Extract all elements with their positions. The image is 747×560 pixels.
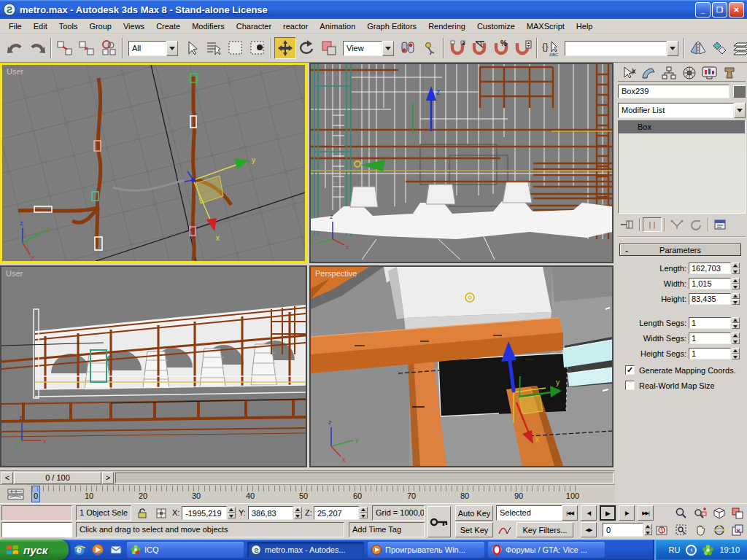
chevron-down-icon[interactable] xyxy=(667,41,678,56)
taskbar-task-mediaplayer[interactable]: Проигрыватель Win... xyxy=(368,542,484,558)
width-segs-spinner[interactable] xyxy=(732,332,740,344)
length-segs-spinner[interactable] xyxy=(732,317,740,329)
maxscript-listener-box[interactable] xyxy=(1,522,72,537)
macro-recorder-box[interactable] xyxy=(1,505,72,521)
redo-button[interactable] xyxy=(26,37,48,59)
viewport-top-left[interactable]: User xyxy=(0,63,307,263)
height-field[interactable]: 83,435 xyxy=(689,293,731,305)
utilities-tab-icon[interactable] xyxy=(720,64,740,81)
use-pivot-center-button[interactable] xyxy=(397,37,419,59)
minimize-button[interactable]: _ xyxy=(695,2,711,18)
viewport-scene-top-left[interactable]: y x z y x xyxy=(2,65,305,261)
generate-mapping-coords-checkbox[interactable]: ✓ xyxy=(625,365,635,375)
viewport-top-right[interactable]: z z y x xyxy=(309,63,614,263)
current-frame-field[interactable]: 0 xyxy=(603,523,643,537)
play-button[interactable]: ▶ xyxy=(600,505,616,521)
selection-filter-dropdown[interactable]: All xyxy=(128,41,178,56)
set-key-mode-button[interactable] xyxy=(427,506,451,537)
mini-curve-editor-icon[interactable] xyxy=(7,489,25,500)
x-coordinate-field[interactable]: -1995,219 xyxy=(182,506,227,520)
go-to-start-button[interactable]: |◀◀ xyxy=(562,505,578,521)
real-world-map-size-checkbox[interactable] xyxy=(625,381,635,390)
time-configuration-button[interactable] xyxy=(654,522,670,537)
window-crossing-selection-button[interactable] xyxy=(247,37,268,59)
z-spinner[interactable] xyxy=(360,507,368,518)
undo-button[interactable] xyxy=(4,37,26,59)
time-slider-prev-button[interactable]: < xyxy=(1,472,13,484)
start-button[interactable]: пуск xyxy=(0,540,69,560)
length-segs-field[interactable]: 1 xyxy=(689,317,731,329)
viewport-scene-top-right[interactable]: z z y x xyxy=(311,64,612,262)
menu-character[interactable]: Character xyxy=(231,20,277,32)
menu-maxscript[interactable]: MAXScript xyxy=(521,20,570,32)
percent-snap-button[interactable]: % xyxy=(490,37,512,59)
remove-modifier-button[interactable] xyxy=(686,217,705,232)
z-coordinate-field[interactable]: 25,207 xyxy=(314,506,359,520)
object-name-field[interactable]: Box239 xyxy=(618,85,729,98)
x-spinner[interactable] xyxy=(228,507,236,518)
menu-group[interactable]: Group xyxy=(83,20,117,32)
select-object-button[interactable] xyxy=(181,37,203,59)
zoom-button[interactable] xyxy=(673,505,690,521)
chevron-down-icon[interactable] xyxy=(166,41,178,56)
zoom-extents-all-button[interactable] xyxy=(729,505,746,521)
tray-icq-flower-icon[interactable] xyxy=(703,545,713,556)
maximize-button[interactable]: ❐ xyxy=(712,2,727,18)
viewport-label[interactable]: Perspective xyxy=(315,269,357,278)
angle-snap-button[interactable] xyxy=(468,37,490,59)
pan-hand-button[interactable] xyxy=(692,522,709,537)
key-mode-toggle-button[interactable]: ◀▶ xyxy=(581,522,597,537)
taskbar-task-3dsmax[interactable]: S metro.max - Autodes... xyxy=(247,542,364,558)
window-titlebar[interactable]: S metro.max - Autodesk 3ds Max 8 - Stand… xyxy=(0,0,747,19)
zoom-all-button[interactable] xyxy=(692,505,709,521)
language-indicator[interactable]: RU xyxy=(669,545,681,554)
y-spinner[interactable] xyxy=(294,507,302,518)
show-end-result-button[interactable]: | | xyxy=(643,217,662,232)
ie-quicklaunch-icon[interactable]: e xyxy=(72,542,87,557)
length-spinner[interactable] xyxy=(732,262,740,274)
select-and-rotate-button[interactable] xyxy=(296,37,318,59)
width-field[interactable]: 1,015 xyxy=(689,278,731,289)
previous-frame-button[interactable]: ◀| xyxy=(581,505,597,521)
menu-tools[interactable]: Tools xyxy=(53,20,84,32)
menu-customize[interactable]: Customize xyxy=(471,20,521,32)
stack-item-box[interactable]: Box xyxy=(619,121,745,133)
menu-modifiers[interactable]: Modifiers xyxy=(186,20,231,32)
viewport-label[interactable]: User xyxy=(7,67,23,76)
modifier-list-dropdown[interactable]: Modifier List xyxy=(618,103,746,118)
height-spinner[interactable] xyxy=(732,293,740,305)
length-field[interactable]: 162,703 xyxy=(689,262,731,274)
hierarchy-tab-icon[interactable] xyxy=(659,64,679,81)
selection-lock-button[interactable] xyxy=(134,505,150,521)
menu-graph-editors[interactable]: Graph Editors xyxy=(361,20,422,32)
select-by-name-button[interactable] xyxy=(203,37,225,59)
chevron-down-icon[interactable] xyxy=(734,103,746,118)
key-filters-button[interactable]: Key Filters... xyxy=(516,522,573,537)
viewport-label[interactable]: User xyxy=(6,269,23,278)
taskbar-task-opera-forum[interactable]: Форумы / GTA: Vice ... xyxy=(488,542,605,558)
make-unique-button[interactable] xyxy=(667,217,686,232)
layer-manager-button[interactable] xyxy=(731,37,747,59)
y-coordinate-field[interactable]: 386,83 xyxy=(248,506,293,520)
viewport-bottom-left[interactable]: User xyxy=(0,265,307,467)
chevron-down-icon[interactable] xyxy=(382,41,394,56)
select-and-scale-button[interactable] xyxy=(318,37,340,59)
time-slider-next-button[interactable]: > xyxy=(102,472,114,484)
set-key-button[interactable]: Set Key xyxy=(455,522,493,537)
unlink-selection-button[interactable] xyxy=(76,37,98,59)
height-segs-field[interactable]: 1 xyxy=(689,348,731,359)
add-time-tag[interactable]: Add Time Tag xyxy=(349,522,425,537)
auto-key-button[interactable]: Auto Key xyxy=(455,505,493,521)
arc-rotate-button[interactable] xyxy=(711,522,728,537)
viewport-scene-bottom-right[interactable]: y x z y x xyxy=(311,267,612,466)
next-frame-button[interactable]: |▶ xyxy=(619,505,635,521)
configure-modifier-sets-button[interactable] xyxy=(711,217,730,232)
snap-toggle-3d-button[interactable]: 3 xyxy=(446,37,468,59)
select-and-manipulate-button[interactable] xyxy=(419,37,441,59)
pin-stack-button[interactable] xyxy=(618,217,637,232)
hide-icons-chevron[interactable]: ‹ xyxy=(686,545,697,556)
motion-tab-icon[interactable] xyxy=(679,64,700,81)
spinner-snap-button[interactable] xyxy=(512,37,534,59)
mirror-button[interactable] xyxy=(687,37,709,59)
select-and-link-button[interactable] xyxy=(54,37,76,59)
